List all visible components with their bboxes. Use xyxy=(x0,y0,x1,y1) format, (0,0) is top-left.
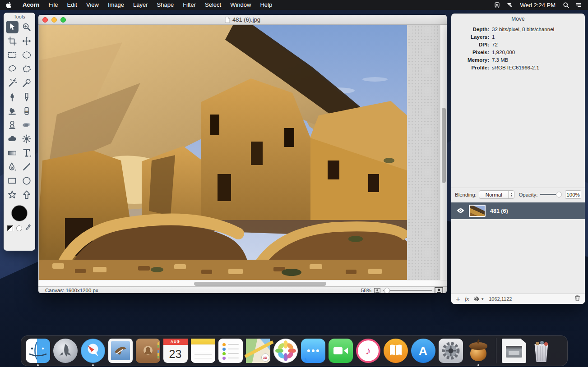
dock-acorn-icon[interactable] xyxy=(466,339,491,363)
menu-view[interactable]: View xyxy=(82,0,103,10)
dock-facetime-icon[interactable] xyxy=(329,339,353,363)
brush-tool-icon[interactable] xyxy=(5,90,19,104)
zoom-tool-icon[interactable] xyxy=(19,20,34,34)
horizontal-scrollbar-thumb[interactable] xyxy=(194,282,326,286)
vertical-scrollbar[interactable] xyxy=(440,25,447,280)
notification-center-icon[interactable] xyxy=(574,0,583,10)
zoom-out-image-icon[interactable] xyxy=(374,288,380,293)
eraser-tool-icon[interactable] xyxy=(19,104,34,118)
menu-bar: Acorn File Edit View Image Layer Shape F… xyxy=(0,0,588,10)
color-well[interactable] xyxy=(11,205,28,221)
delete-layer-trash-icon[interactable] xyxy=(574,295,580,303)
dock-mail-icon[interactable] xyxy=(108,339,133,363)
dock-trash-icon[interactable] xyxy=(529,339,554,363)
magic-wand-tool-icon[interactable] xyxy=(5,76,19,90)
smudge-tool-icon[interactable] xyxy=(19,118,34,132)
vertical-scrollbar-thumb[interactable] xyxy=(442,108,446,183)
info-value: 7.3 MB xyxy=(492,57,581,63)
menu-help[interactable]: Help xyxy=(255,0,277,10)
dock-ibooks-icon[interactable] xyxy=(384,339,408,363)
add-layer-button[interactable]: + xyxy=(456,295,460,303)
dock-document-file-icon[interactable] xyxy=(502,339,526,363)
crop-tool-icon[interactable] xyxy=(5,34,19,48)
menu-shape[interactable]: Shape xyxy=(153,0,179,10)
text-tool-icon[interactable] xyxy=(19,146,34,160)
layer-thumbnail[interactable] xyxy=(469,205,486,217)
dock-safari-icon[interactable] xyxy=(81,339,105,363)
canvas-image[interactable] xyxy=(39,25,407,280)
spotlight-search-icon[interactable] xyxy=(561,0,571,10)
secondary-color-well[interactable] xyxy=(16,225,22,231)
inspector-bottom-bar: + fx ▼ 1062,1122 xyxy=(451,294,585,304)
opacity-value-field[interactable]: 100% xyxy=(565,190,581,199)
acorn-running-dot xyxy=(477,364,479,366)
pen-tool-icon[interactable] xyxy=(5,160,19,174)
pan-tool-icon[interactable] xyxy=(19,34,34,48)
menubar-extra-1-icon[interactable] xyxy=(492,0,502,10)
blur-tool-icon[interactable] xyxy=(5,132,19,146)
apple-menu[interactable] xyxy=(0,1,18,9)
dock-maps-icon[interactable]: 3D xyxy=(246,339,270,363)
menu-select[interactable]: Select xyxy=(200,0,226,10)
menu-edit[interactable]: Edit xyxy=(63,0,82,10)
dock-photos-icon[interactable] xyxy=(273,339,298,363)
lasso-tool-icon[interactable] xyxy=(5,62,19,76)
messages-dots-icon xyxy=(301,339,325,363)
dock-reminders-icon[interactable] xyxy=(218,339,243,363)
layer-row-selected[interactable]: 481 (6) xyxy=(451,202,585,219)
star-shape-tool-icon[interactable] xyxy=(5,188,19,202)
dock-contacts-icon[interactable] xyxy=(136,339,160,363)
menu-layer[interactable]: Layer xyxy=(129,0,153,10)
line-tool-icon[interactable] xyxy=(19,160,34,174)
zoom-window-button[interactable] xyxy=(60,17,66,23)
dock-itunes-icon[interactable]: ♪ xyxy=(356,339,380,363)
info-value: 1 xyxy=(492,34,581,40)
dock-notes-icon[interactable] xyxy=(191,339,215,363)
dock-appstore-icon[interactable]: A xyxy=(411,339,435,363)
move-tool-icon[interactable] xyxy=(6,21,19,33)
eyedropper-icon[interactable] xyxy=(25,224,32,233)
document-titlebar[interactable]: 481 (6).jpg xyxy=(38,15,447,25)
dock-messages-icon[interactable] xyxy=(301,339,325,363)
zoom-slider-knob[interactable] xyxy=(384,288,390,294)
menu-window[interactable]: Window xyxy=(226,0,255,10)
zoom-slider[interactable] xyxy=(383,290,432,291)
dock-finder-icon[interactable] xyxy=(26,339,50,363)
menu-image[interactable]: Image xyxy=(103,0,129,10)
menu-filter[interactable]: Filter xyxy=(178,0,200,10)
oval-selection-tool-icon[interactable] xyxy=(19,48,34,62)
minimize-button[interactable] xyxy=(51,17,57,23)
oval-shape-tool-icon[interactable] xyxy=(19,174,34,188)
zoom-controls: 58% xyxy=(361,287,447,294)
close-button[interactable] xyxy=(42,17,48,23)
horizontal-scrollbar[interactable] xyxy=(38,280,447,286)
zoom-in-image-icon[interactable] xyxy=(435,287,443,294)
pencil-tool-icon[interactable] xyxy=(19,90,34,104)
blending-select[interactable]: Normal ▲▼ xyxy=(479,190,514,199)
rectangle-shape-tool-icon[interactable] xyxy=(5,174,19,188)
layer-effects-button[interactable]: fx xyxy=(465,295,469,303)
arrow-shape-tool-icon[interactable] xyxy=(19,188,34,202)
menubar-extra-2-icon[interactable] xyxy=(505,0,514,10)
flood-fill-tool-icon[interactable] xyxy=(5,104,19,118)
dodge-tool-icon[interactable] xyxy=(19,132,34,146)
dock-launchpad-icon[interactable] xyxy=(53,339,78,363)
menu-acorn[interactable]: Acorn xyxy=(18,0,44,10)
blending-row: Blending: Normal ▲▼ Opacity: 100% xyxy=(451,188,585,201)
rect-selection-tool-icon[interactable] xyxy=(5,48,19,62)
menubar-clock[interactable]: Wed 2:24 PM xyxy=(517,2,558,9)
dock-calendar-icon[interactable]: AUG 23 xyxy=(163,339,188,363)
menu-file[interactable]: File xyxy=(44,0,63,10)
zoom-percent-label: 58% xyxy=(361,288,371,293)
info-label: Layers: xyxy=(455,34,492,40)
clone-stamp-tool-icon[interactable] xyxy=(5,118,19,132)
gradient-tool-icon[interactable] xyxy=(5,146,19,160)
opacity-slider-knob[interactable] xyxy=(556,192,562,197)
layer-actions-menu[interactable]: ▼ xyxy=(473,296,484,302)
default-colors-swatch-icon[interactable] xyxy=(7,225,13,231)
polygon-lasso-tool-icon[interactable] xyxy=(19,62,34,76)
layer-visibility-eye-icon[interactable] xyxy=(457,207,464,215)
dock-system-preferences-icon[interactable] xyxy=(439,339,463,363)
opacity-slider[interactable] xyxy=(540,194,560,195)
instant-alpha-tool-icon[interactable] xyxy=(19,76,34,90)
